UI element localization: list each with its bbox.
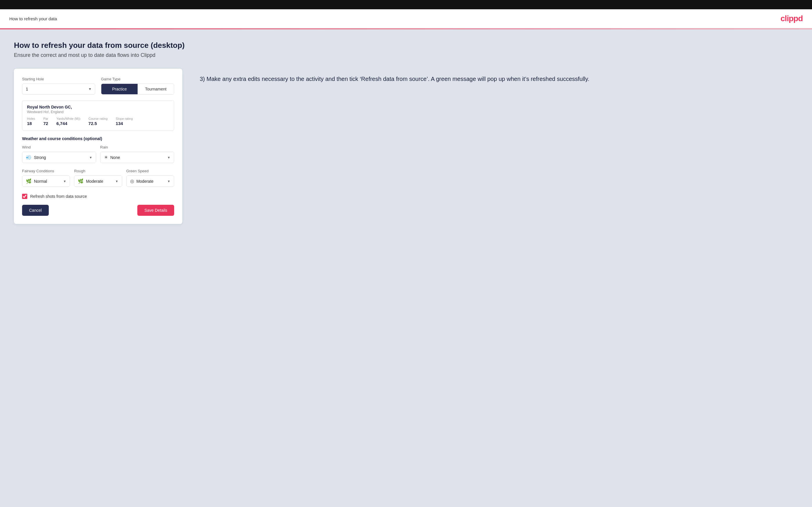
fairway-group: Fairway Conditions 🌿 Normal ▼	[22, 169, 70, 187]
page-heading: How to refresh your data from source (de…	[14, 41, 798, 50]
page-subheading: Ensure the correct and most up to date d…	[14, 52, 798, 58]
course-info: Royal North Devon GC, Westward Ho!, Engl…	[22, 100, 174, 130]
logo: clippd	[781, 14, 803, 23]
green-speed-select[interactable]: ◎ Moderate ▼	[126, 175, 174, 187]
wind-value: Strong	[34, 155, 89, 160]
refresh-checkbox-row: Refresh shots from data source	[22, 194, 174, 199]
stat-par: Par 72	[43, 117, 48, 126]
rain-chevron-icon: ▼	[167, 156, 170, 159]
save-button[interactable]: Save Details	[137, 205, 174, 216]
header-title: How to refresh your data	[9, 16, 57, 21]
green-speed-value: Moderate	[137, 179, 167, 184]
slope-rating-value: 134	[116, 121, 123, 126]
game-type-label: Game Type	[101, 77, 174, 81]
wind-select[interactable]: 💨 Strong ▼	[22, 152, 96, 163]
side-text: 3) Make any extra edits necessary to the…	[200, 69, 798, 83]
green-speed-chevron-icon: ▼	[167, 179, 170, 183]
fairway-icon: 🌿	[26, 178, 32, 184]
rain-value: None	[110, 155, 167, 160]
green-speed-icon: ◎	[130, 178, 134, 184]
slope-rating-label: Slope rating	[116, 117, 133, 120]
rain-label: Rain	[100, 145, 174, 149]
starting-hole-label: Starting Hole	[22, 77, 95, 81]
yards-label: Yards/White (M))	[56, 117, 80, 120]
rough-select[interactable]: 🌿 Moderate ▼	[74, 175, 122, 187]
yards-value: 6,744	[56, 121, 67, 126]
wind-rain-row: Wind 💨 Strong ▼ Rain ☀ None ▼	[22, 145, 174, 163]
fairway-value: Normal	[34, 179, 63, 184]
stat-course-rating: Course rating 72.5	[89, 117, 108, 126]
conditions-title: Weather and course conditions (optional)	[22, 136, 174, 141]
starting-hole-group: Starting Hole 1 ▼	[22, 77, 95, 95]
wind-label: Wind	[22, 145, 96, 149]
course-rating-label: Course rating	[89, 117, 108, 120]
rain-select[interactable]: ☀ None ▼	[100, 152, 174, 163]
refresh-label[interactable]: Refresh shots from data source	[30, 194, 87, 199]
wind-chevron-icon: ▼	[89, 156, 92, 159]
course-name: Royal North Devon GC,	[27, 105, 169, 109]
green-speed-label: Green Speed	[126, 169, 174, 173]
fairway-chevron-icon: ▼	[63, 179, 66, 183]
rough-chevron-icon: ▼	[115, 179, 118, 183]
fairway-select[interactable]: 🌿 Normal ▼	[22, 175, 70, 187]
refresh-checkbox[interactable]	[22, 194, 27, 199]
rough-icon: 🌿	[78, 178, 84, 184]
stat-holes: Holes 18	[27, 117, 35, 126]
par-value: 72	[43, 121, 48, 126]
rough-label: Rough	[74, 169, 122, 173]
rain-group: Rain ☀ None ▼	[100, 145, 174, 163]
game-type-toggle: Practice Tournament	[101, 83, 174, 95]
starting-hole-select[interactable]: 1	[22, 83, 95, 95]
top-form-row: Starting Hole 1 ▼ Game Type Practice Tou…	[22, 77, 174, 95]
fairway-label: Fairway Conditions	[22, 169, 70, 173]
conditions-row3: Fairway Conditions 🌿 Normal ▼ Rough 🌿 Mo…	[22, 169, 174, 187]
content-layout: Starting Hole 1 ▼ Game Type Practice Tou…	[14, 69, 798, 224]
top-bar	[0, 0, 812, 9]
practice-button[interactable]: Practice	[101, 84, 138, 94]
green-speed-group: Green Speed ◎ Moderate ▼	[126, 169, 174, 187]
rain-icon: ☀	[104, 155, 108, 160]
cancel-button[interactable]: Cancel	[22, 205, 49, 216]
tournament-button[interactable]: Tournament	[138, 84, 174, 94]
side-text-paragraph: 3) Make any extra edits necessary to the…	[200, 74, 798, 83]
main-content: How to refresh your data from source (de…	[0, 29, 812, 507]
form-actions: Cancel Save Details	[22, 205, 174, 216]
holes-label: Holes	[27, 117, 35, 120]
holes-value: 18	[27, 121, 32, 126]
header: How to refresh your data clippd	[0, 9, 812, 29]
rough-value: Moderate	[86, 179, 115, 184]
course-rating-value: 72.5	[89, 121, 97, 126]
game-type-group: Game Type Practice Tournament	[101, 77, 174, 95]
course-stats: Holes 18 Par 72 Yards/White (M)) 6,744 C…	[27, 117, 169, 126]
form-card: Starting Hole 1 ▼ Game Type Practice Tou…	[14, 69, 182, 224]
wind-group: Wind 💨 Strong ▼	[22, 145, 96, 163]
starting-hole-select-wrapper: 1 ▼	[22, 83, 95, 95]
par-label: Par	[43, 117, 48, 120]
wind-icon: 💨	[26, 155, 32, 160]
stat-slope-rating: Slope rating 134	[116, 117, 133, 126]
course-location: Westward Ho!, England	[27, 110, 169, 114]
stat-yards: Yards/White (M)) 6,744	[56, 117, 80, 126]
rough-group: Rough 🌿 Moderate ▼	[74, 169, 122, 187]
